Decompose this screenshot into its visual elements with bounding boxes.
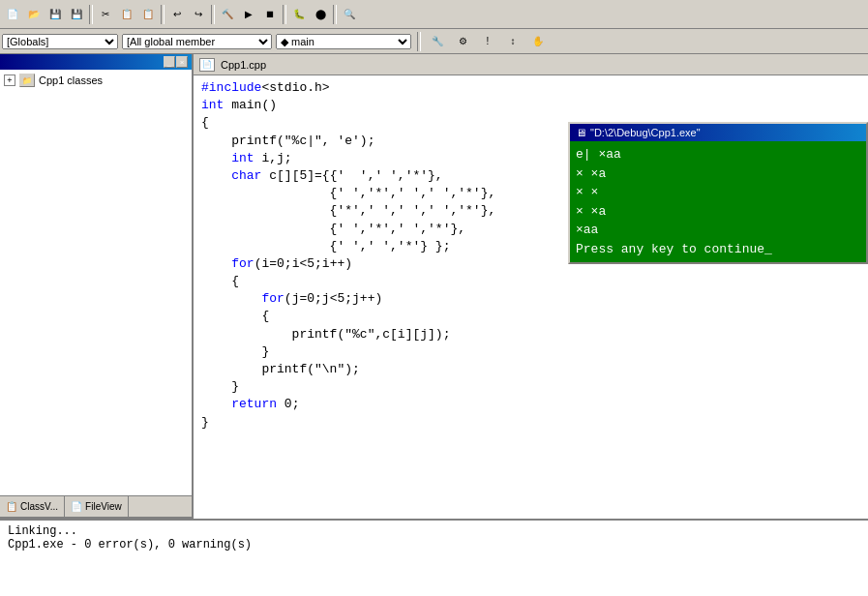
console-output: e| ×aa × ×a× × × ×a ×aaPress any key to … [570, 141, 866, 262]
paste-btn[interactable]: 📋 [137, 4, 159, 25]
sep3 [211, 5, 215, 24]
sep2 [161, 5, 165, 24]
sep1 [89, 5, 93, 24]
code-line: return 0; [201, 396, 860, 413]
find-btn[interactable]: 🔍 [339, 4, 360, 25]
editor-filename: Cpp1.cpp [221, 59, 266, 71]
tab-fileview[interactable]: 📄 FileView [65, 496, 129, 517]
editor-titlebar: 📄 Cpp1.cpp [194, 54, 868, 75]
tree-folder-icon: 📁 [19, 74, 35, 87]
extra-btn2[interactable]: ⚙ [452, 31, 473, 52]
tree-expand-icon[interactable]: + [4, 74, 15, 86]
undo-btn[interactable]: ↩ [166, 4, 188, 25]
console-line: e| ×aa [576, 145, 860, 164]
save-all-btn[interactable]: 💾 [66, 4, 87, 25]
cut-btn[interactable]: ✂ [95, 4, 116, 25]
code-line: for(j=0;j<5;j++) [201, 290, 860, 308]
file-icon: 📄 [199, 58, 215, 72]
panel-minimize-btn[interactable]: _ [164, 56, 175, 68]
code-line: printf("%c",c[i][j]); [201, 326, 860, 343]
copy-btn[interactable]: 📋 [116, 4, 137, 25]
console-line: × ×a [576, 202, 860, 222]
tab-classview[interactable]: 📋 ClassV... [0, 496, 65, 517]
open-btn[interactable]: 📂 [23, 4, 45, 25]
tree-root-item[interactable]: + 📁 Cpp1 classes [4, 74, 188, 87]
tree-content: + 📁 Cpp1 classes [0, 70, 192, 495]
left-panel: _ × + 📁 Cpp1 classes 📋 ClassV... 📄 [0, 54, 194, 519]
console-icon: 🖥 [576, 127, 586, 138]
sep6 [417, 32, 421, 51]
code-line: } [201, 414, 860, 432]
sep4 [283, 5, 286, 24]
code-line: #include<stdio.h> [201, 79, 860, 97]
tree-root-label: Cpp1 classes [39, 74, 103, 86]
output-line: Linking... [8, 524, 860, 538]
bottom-panel: Linking...Cpp1.exe - 0 error(s), 0 warni… [0, 519, 868, 596]
code-line: } [201, 343, 860, 361]
run-btn[interactable]: ▶ [238, 4, 259, 25]
panel-tabs: 📋 ClassV... 📄 FileView [0, 495, 192, 517]
breakpoint-btn[interactable]: ⬤ [310, 4, 331, 25]
globals-dropdown[interactable]: [Globals] [2, 34, 118, 49]
extra-btn3[interactable]: ! [477, 31, 498, 52]
build-btn[interactable]: 🔨 [217, 4, 238, 25]
main-dropdown[interactable]: ◆ main [276, 34, 411, 49]
console-window: 🖥 "D:\2\Debug\Cpp1.exe" e| ×aa × ×a× × ×… [568, 122, 868, 264]
extra-btn4[interactable]: ↕ [502, 31, 524, 52]
save-btn[interactable]: 💾 [45, 4, 66, 25]
extra-btn5[interactable]: ✋ [527, 31, 549, 52]
redo-btn[interactable]: ↪ [188, 4, 209, 25]
fileview-label: FileView [85, 501, 122, 512]
output-line: Cpp1.exe - 0 error(s), 0 warning(s) [8, 538, 860, 551]
code-line: int main() [201, 97, 860, 114]
code-line: { [201, 308, 860, 325]
extra-btn1[interactable]: 🔧 [427, 31, 448, 52]
member-dropdown[interactable]: [All global member [122, 34, 272, 49]
sep5 [333, 5, 337, 24]
console-titlebar: 🖥 "D:\2\Debug\Cpp1.exe" [570, 124, 866, 141]
panel-titlebar-buttons: _ × [164, 56, 188, 68]
console-line: ×aa [576, 221, 860, 240]
fileview-icon: 📄 [71, 501, 82, 512]
panel-titlebar: _ × [0, 54, 192, 70]
panel-close-btn[interactable]: × [176, 56, 188, 68]
second-toolbar: [Globals] [All global member ◆ main 🔧 ⚙ … [0, 29, 868, 54]
console-line: × ×a [576, 164, 860, 184]
debug-btn[interactable]: 🐛 [288, 4, 310, 25]
new-file-btn[interactable]: 📄 [2, 4, 23, 25]
console-title: "D:\2\Debug\Cpp1.exe" [590, 127, 701, 138]
console-line: Press any key to continue_ [576, 240, 860, 259]
code-line: { [201, 273, 860, 290]
console-line: × × [576, 183, 860, 202]
code-line: } [201, 378, 860, 396]
main-toolbar: 📄 📂 💾 💾 ✂ 📋 📋 ↩ ↪ 🔨 ▶ ⏹ 🐛 ⬤ 🔍 [0, 0, 868, 29]
stop-btn[interactable]: ⏹ [259, 4, 281, 25]
code-line: printf("\n"); [201, 361, 860, 378]
classview-label: ClassV... [20, 501, 58, 512]
classview-icon: 📋 [6, 501, 17, 512]
